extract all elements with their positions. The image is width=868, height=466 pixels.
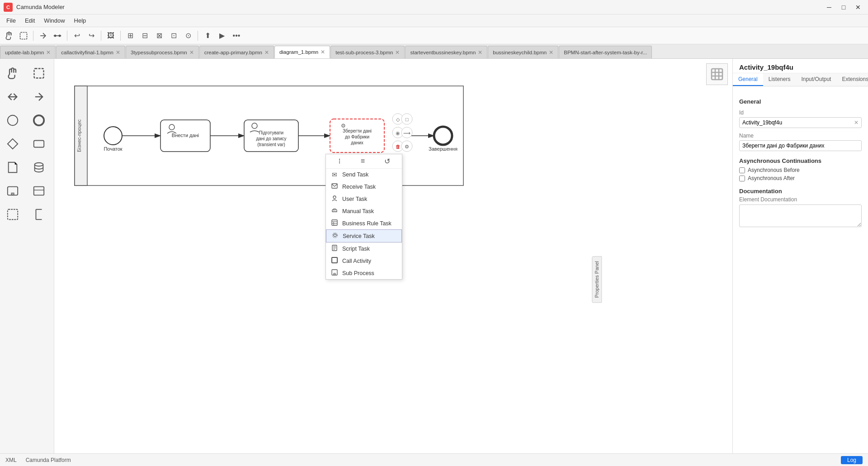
align-right-button[interactable]: ⊠ [153,29,165,42]
tab-callactivity[interactable]: callactivityfinal-1.bpmn ✕ [56,46,125,58]
morph-sub-process[interactable]: Sub Process [326,267,402,279]
tabs-bar: update-lab.bpmn ✕ callactivityfinal-1.bp… [0,44,868,59]
left-palette [0,59,54,453]
end-event[interactable] [434,127,452,145]
morph-header-loop[interactable]: ↺ [384,157,390,166]
tab-test-sub[interactable]: test-sub-process-3.bpmn ✕ [330,46,405,58]
async-after-row[interactable]: Asynchronous After [739,175,862,181]
redo-button[interactable]: ↪ [85,29,98,42]
palette-data-object[interactable] [2,157,24,178]
morph-send-task[interactable]: ✉ Send Task [326,169,402,181]
start-event[interactable] [104,127,122,145]
tab-close-3types[interactable]: ✕ [189,49,194,56]
svg-point-9 [33,115,43,125]
palette-gateway[interactable] [2,133,24,155]
maximize-button[interactable]: □ [837,1,850,14]
tab-general[interactable]: General [733,73,763,86]
morph-header-sequential[interactable]: ≡ [361,157,365,166]
menu-window[interactable]: Window [39,16,69,25]
palette-lasso[interactable] [28,62,50,84]
palette-group[interactable] [2,204,24,225]
palette-hand[interactable] [2,62,24,84]
tab-diagram1[interactable]: diagram_1.bpmn ✕ [274,46,330,58]
morph-service-task[interactable]: Service Task [326,229,402,243]
name-value: Зберегти дані до Фабрики даних [742,143,825,149]
tab-close-diagram1[interactable]: ✕ [321,49,325,55]
tab-close-startevent[interactable]: ✕ [478,49,482,56]
tab-listeners[interactable]: Listeners [763,73,796,86]
id-label: Id [739,109,862,116]
palette-data-store[interactable] [28,157,50,178]
async-before-checkbox[interactable] [739,167,745,173]
palette-start-event[interactable] [2,109,24,131]
menu-edit[interactable]: Edit [20,16,39,25]
pool-label: Бізнес-процес [76,119,82,152]
more-button[interactable]: ••• [230,29,243,42]
lasso-tool-button[interactable] [17,29,30,42]
play-button[interactable]: ▶ [216,29,228,42]
name-field[interactable]: Зберегти дані до Фабрики даних [739,140,862,151]
bpmn-canvas[interactable]: Бізнес-процес Початок Внести дані Підгот… [72,84,470,197]
tab-close-bussines[interactable]: ✕ [549,49,553,56]
minimap[interactable] [706,63,728,85]
canvas-area[interactable]: Бізнес-процес Початок Внести дані Підгот… [54,59,732,453]
async-before-row[interactable]: Asynchronous Before [739,167,862,173]
id-value: Activity_19bqf4u [742,119,782,126]
id-clear-button[interactable]: ✕ [854,119,859,126]
tab-update-lab[interactable]: update-lab.bpmn ✕ [0,46,56,58]
morph-manual-task[interactable]: Manual Task [326,205,402,217]
tab-startevent[interactable]: starteventbussineskey.bpmn ✕ [405,46,487,58]
image-button[interactable]: 🖼 [104,29,117,42]
sub-process-icon [330,269,339,277]
morph-menu: ⫶ ≡ ↺ ✉ Send Task Receive Task User Task [326,154,402,280]
palette-task[interactable] [28,133,50,155]
morph-header-parallel[interactable]: ⫶ [338,157,341,166]
tab-bussines[interactable]: bussineskeychild.bpmn ✕ [488,46,558,58]
minimize-button[interactable]: ─ [823,1,835,14]
undo-button[interactable]: ↩ [71,29,83,42]
palette-annotation[interactable] [28,204,50,225]
hand-tool-button[interactable] [3,29,15,42]
morph-business-rule-task[interactable]: Business Rule Task [326,217,402,229]
align-center-button[interactable]: ⊟ [138,29,151,42]
global-connect-button[interactable] [51,29,64,42]
palette-end-event[interactable] [28,109,50,131]
palette-eraser[interactable] [28,86,50,108]
palette-space[interactable] [2,86,24,108]
morph-user-task[interactable]: User Task [326,193,402,205]
xml-label[interactable]: XML [5,457,17,463]
morph-receive-task[interactable]: Receive Task [326,181,402,193]
manual-task-label: Manual Task [342,208,374,214]
menu-help[interactable]: Help [70,16,91,25]
async-after-checkbox[interactable] [739,176,745,181]
tab-create-app[interactable]: create-app-primary.bpmn ✕ [199,46,274,58]
tab-close-create-app[interactable]: ✕ [264,49,269,56]
upload-button[interactable]: ⬆ [201,29,214,42]
menu-file[interactable]: File [2,16,20,25]
morph-header: ⫶ ≡ ↺ [326,154,402,169]
tab-close-test-sub[interactable]: ✕ [395,49,400,56]
tab-extensions[interactable]: Extensions [836,73,868,86]
palette-subprocess[interactable] [2,180,24,202]
tab-input-output[interactable]: Input/Output [796,73,836,86]
name-label: Name [739,133,862,139]
async-after-label: Asynchronous After [748,175,795,181]
distribute-v-button[interactable]: ⊙ [182,29,194,42]
palette-pool[interactable] [28,180,50,202]
morph-script-task[interactable]: Script Task [326,243,402,255]
properties-panel-tab[interactable]: Properties Panel [592,256,602,303]
morph-call-activity[interactable]: Call Activity [326,255,402,267]
log-button[interactable]: Log [841,456,863,464]
tab-close-callactivity[interactable]: ✕ [116,49,120,56]
tab-close-update-lab[interactable]: ✕ [46,49,51,56]
svg-text:⟶: ⟶ [403,130,410,136]
right-panel-title: Activity_19bqf4u [733,59,868,73]
connect-tool-button[interactable] [37,29,49,42]
align-left-button[interactable]: ⊞ [124,29,137,42]
distribute-h-button[interactable]: ⊡ [167,29,180,42]
tab-3types[interactable]: 3typessubprocess.bpmn ✕ [126,46,199,58]
close-button[interactable]: ✕ [852,1,864,14]
doc-textarea[interactable] [739,204,862,227]
id-field[interactable]: Activity_19bqf4u ✕ [739,117,862,128]
tab-bpmn-start[interactable]: BPMN-start-after-system-task-by-r... [559,46,652,58]
